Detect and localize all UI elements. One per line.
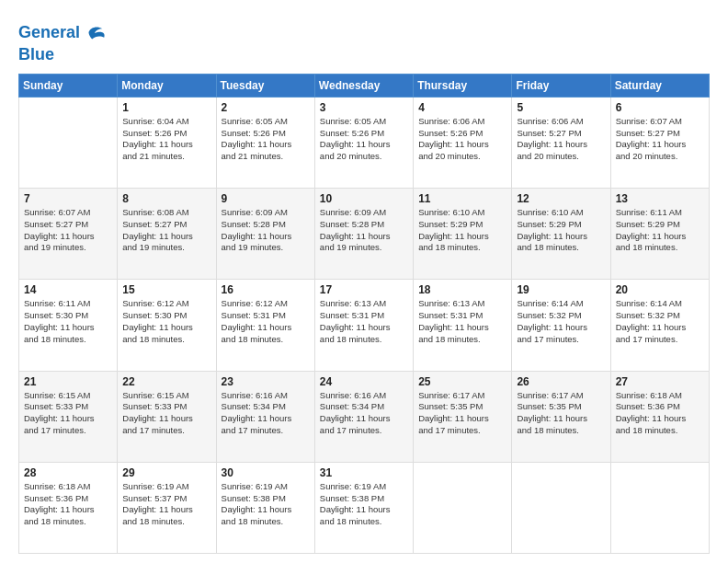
day-info: Sunrise: 6:16 AM Sunset: 5:34 PM Dayligh… — [222, 390, 310, 437]
day-info: Sunrise: 6:11 AM Sunset: 5:30 PM Dayligh… — [24, 298, 112, 345]
day-number: 8 — [122, 192, 210, 205]
calendar-cell: 11Sunrise: 6:10 AM Sunset: 5:29 PM Dayli… — [414, 189, 512, 280]
calendar-header-row: SundayMondayTuesdayWednesdayThursdayFrid… — [19, 74, 710, 97]
calendar-cell — [19, 97, 118, 188]
day-info: Sunrise: 6:05 AM Sunset: 5:26 PM Dayligh… — [320, 116, 408, 163]
calendar-week-row: 1Sunrise: 6:04 AM Sunset: 5:26 PM Daylig… — [19, 97, 710, 188]
calendar-cell: 26Sunrise: 6:17 AM Sunset: 5:35 PM Dayli… — [512, 371, 610, 462]
day-info: Sunrise: 6:04 AM Sunset: 5:26 PM Dayligh… — [122, 116, 210, 163]
day-info: Sunrise: 6:15 AM Sunset: 5:33 PM Dayligh… — [122, 390, 210, 437]
calendar-cell: 18Sunrise: 6:13 AM Sunset: 5:31 PM Dayli… — [414, 280, 512, 371]
calendar-cell: 5Sunrise: 6:06 AM Sunset: 5:27 PM Daylig… — [512, 97, 610, 188]
calendar-cell: 10Sunrise: 6:09 AM Sunset: 5:28 PM Dayli… — [314, 189, 413, 280]
day-info: Sunrise: 6:17 AM Sunset: 5:35 PM Dayligh… — [418, 390, 506, 437]
calendar-cell: 2Sunrise: 6:05 AM Sunset: 5:26 PM Daylig… — [216, 97, 314, 188]
header: General Blue — [18, 17, 710, 64]
day-number: 4 — [418, 101, 506, 114]
logo-bird-icon — [82, 20, 108, 46]
day-number: 12 — [517, 192, 605, 205]
calendar-table: SundayMondayTuesdayWednesdayThursdayFrid… — [18, 74, 710, 554]
day-number: 30 — [222, 466, 310, 479]
calendar-cell: 21Sunrise: 6:15 AM Sunset: 5:33 PM Dayli… — [19, 371, 118, 462]
day-number: 5 — [517, 101, 605, 114]
day-number: 13 — [616, 192, 704, 205]
calendar-cell: 28Sunrise: 6:18 AM Sunset: 5:36 PM Dayli… — [19, 462, 118, 553]
day-info: Sunrise: 6:12 AM Sunset: 5:31 PM Dayligh… — [222, 298, 310, 345]
calendar-cell: 25Sunrise: 6:17 AM Sunset: 5:35 PM Dayli… — [414, 371, 512, 462]
day-number: 1 — [122, 101, 210, 114]
day-number: 23 — [222, 375, 310, 388]
day-info: Sunrise: 6:12 AM Sunset: 5:30 PM Dayligh… — [122, 298, 210, 345]
day-info: Sunrise: 6:16 AM Sunset: 5:34 PM Dayligh… — [320, 390, 408, 437]
day-number: 20 — [616, 283, 704, 296]
day-header-sunday: Sunday — [19, 74, 118, 97]
day-header-monday: Monday — [118, 74, 216, 97]
day-info: Sunrise: 6:13 AM Sunset: 5:31 PM Dayligh… — [320, 298, 408, 345]
day-header-tuesday: Tuesday — [216, 74, 314, 97]
day-number: 17 — [320, 283, 408, 296]
day-header-friday: Friday — [512, 74, 610, 97]
calendar-cell: 29Sunrise: 6:19 AM Sunset: 5:37 PM Dayli… — [118, 462, 216, 553]
day-number: 10 — [320, 192, 408, 205]
day-info: Sunrise: 6:14 AM Sunset: 5:32 PM Dayligh… — [616, 298, 704, 345]
day-info: Sunrise: 6:11 AM Sunset: 5:29 PM Dayligh… — [616, 207, 704, 254]
calendar-cell: 17Sunrise: 6:13 AM Sunset: 5:31 PM Dayli… — [314, 280, 413, 371]
calendar-cell: 3Sunrise: 6:05 AM Sunset: 5:26 PM Daylig… — [314, 97, 413, 188]
day-number: 18 — [418, 283, 506, 296]
day-number: 11 — [418, 192, 506, 205]
day-number: 2 — [222, 101, 310, 114]
day-header-wednesday: Wednesday — [314, 74, 413, 97]
day-number: 14 — [24, 283, 112, 296]
day-info: Sunrise: 6:18 AM Sunset: 5:36 PM Dayligh… — [24, 481, 112, 528]
day-info: Sunrise: 6:06 AM Sunset: 5:27 PM Dayligh… — [517, 116, 605, 163]
day-number: 21 — [24, 375, 112, 388]
day-info: Sunrise: 6:08 AM Sunset: 5:27 PM Dayligh… — [122, 207, 210, 254]
day-info: Sunrise: 6:18 AM Sunset: 5:36 PM Dayligh… — [616, 390, 704, 437]
day-info: Sunrise: 6:06 AM Sunset: 5:26 PM Dayligh… — [418, 116, 506, 163]
day-number: 15 — [122, 283, 210, 296]
calendar-cell: 16Sunrise: 6:12 AM Sunset: 5:31 PM Dayli… — [216, 280, 314, 371]
day-number: 29 — [122, 466, 210, 479]
calendar-cell: 31Sunrise: 6:19 AM Sunset: 5:38 PM Dayli… — [314, 462, 413, 553]
day-info: Sunrise: 6:15 AM Sunset: 5:33 PM Dayligh… — [24, 390, 112, 437]
day-number: 9 — [222, 192, 310, 205]
calendar-cell: 27Sunrise: 6:18 AM Sunset: 5:36 PM Dayli… — [610, 371, 709, 462]
calendar-cell: 6Sunrise: 6:07 AM Sunset: 5:27 PM Daylig… — [610, 97, 709, 188]
logo-blue-text: Blue — [18, 46, 108, 64]
day-info: Sunrise: 6:19 AM Sunset: 5:38 PM Dayligh… — [222, 481, 310, 528]
calendar-cell: 7Sunrise: 6:07 AM Sunset: 5:27 PM Daylig… — [19, 189, 118, 280]
day-info: Sunrise: 6:10 AM Sunset: 5:29 PM Dayligh… — [517, 207, 605, 254]
day-info: Sunrise: 6:19 AM Sunset: 5:37 PM Dayligh… — [122, 481, 210, 528]
day-number: 16 — [222, 283, 310, 296]
day-info: Sunrise: 6:19 AM Sunset: 5:38 PM Dayligh… — [320, 481, 408, 528]
day-info: Sunrise: 6:05 AM Sunset: 5:26 PM Dayligh… — [222, 116, 310, 163]
day-number: 27 — [616, 375, 704, 388]
calendar-cell: 15Sunrise: 6:12 AM Sunset: 5:30 PM Dayli… — [118, 280, 216, 371]
day-info: Sunrise: 6:07 AM Sunset: 5:27 PM Dayligh… — [24, 207, 112, 254]
day-info: Sunrise: 6:09 AM Sunset: 5:28 PM Dayligh… — [320, 207, 408, 254]
calendar-week-row: 21Sunrise: 6:15 AM Sunset: 5:33 PM Dayli… — [19, 371, 710, 462]
calendar-cell — [414, 462, 512, 553]
calendar-week-row: 14Sunrise: 6:11 AM Sunset: 5:30 PM Dayli… — [19, 280, 710, 371]
day-number: 7 — [24, 192, 112, 205]
calendar-cell: 4Sunrise: 6:06 AM Sunset: 5:26 PM Daylig… — [414, 97, 512, 188]
calendar-cell: 23Sunrise: 6:16 AM Sunset: 5:34 PM Dayli… — [216, 371, 314, 462]
calendar-week-row: 28Sunrise: 6:18 AM Sunset: 5:36 PM Dayli… — [19, 462, 710, 553]
calendar-cell: 22Sunrise: 6:15 AM Sunset: 5:33 PM Dayli… — [118, 371, 216, 462]
day-info: Sunrise: 6:14 AM Sunset: 5:32 PM Dayligh… — [517, 298, 605, 345]
calendar-cell: 12Sunrise: 6:10 AM Sunset: 5:29 PM Dayli… — [512, 189, 610, 280]
calendar-cell: 20Sunrise: 6:14 AM Sunset: 5:32 PM Dayli… — [610, 280, 709, 371]
day-number: 28 — [24, 466, 112, 479]
day-info: Sunrise: 6:13 AM Sunset: 5:31 PM Dayligh… — [418, 298, 506, 345]
calendar-cell: 9Sunrise: 6:09 AM Sunset: 5:28 PM Daylig… — [216, 189, 314, 280]
calendar-cell: 8Sunrise: 6:08 AM Sunset: 5:27 PM Daylig… — [118, 189, 216, 280]
logo-text: General — [18, 24, 80, 42]
day-info: Sunrise: 6:17 AM Sunset: 5:35 PM Dayligh… — [517, 390, 605, 437]
day-number: 24 — [320, 375, 408, 388]
calendar-cell: 30Sunrise: 6:19 AM Sunset: 5:38 PM Dayli… — [216, 462, 314, 553]
day-header-saturday: Saturday — [610, 74, 709, 97]
day-number: 22 — [122, 375, 210, 388]
day-number: 25 — [418, 375, 506, 388]
day-info: Sunrise: 6:07 AM Sunset: 5:27 PM Dayligh… — [616, 116, 704, 163]
day-number: 6 — [616, 101, 704, 114]
